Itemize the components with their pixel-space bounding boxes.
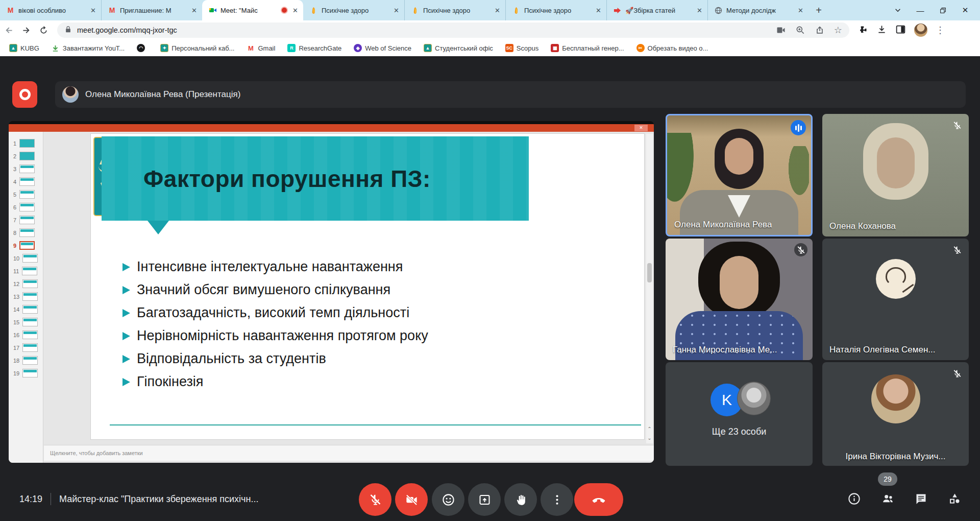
bookmark-qr-generator[interactable]: ▦Бесплатный генер... (551, 44, 624, 52)
powerpoint-body: 12345678910111213141516171819 Фактори по… (9, 132, 654, 463)
back-icon[interactable] (0, 21, 17, 39)
participant-video (877, 137, 915, 188)
bookmark-globe[interactable]: ◠ (137, 44, 148, 52)
scrollbar-thumb (647, 263, 652, 282)
tab-gmail-1[interactable]: M вікові особливо ✕ (0, 0, 101, 20)
meet-control-bar: 14:19 Майстер-клас "Практики збереження … (0, 479, 980, 521)
slide-bullet: Інтенсивне інтелектуальне навантаження (122, 255, 629, 278)
profile-avatar[interactable] (914, 23, 927, 37)
forward-icon[interactable] (17, 21, 35, 39)
more-participants-label: Ще 23 особи (666, 427, 813, 437)
participant-tile-kokhanova[interactable]: Олена Коханова (822, 114, 969, 236)
presenter-avatar (62, 86, 79, 103)
tab-close-icon[interactable]: ✕ (797, 7, 804, 14)
mic-off-icon (950, 243, 964, 256)
bullet-chevron-icon (122, 286, 130, 294)
downloads-icon[interactable] (876, 24, 887, 37)
bookmark-label: Gmail (258, 44, 275, 52)
dark-globe-icon: ◠ (137, 44, 145, 52)
tab-close-icon[interactable]: ✕ (393, 7, 400, 14)
bookmark-web-of-science[interactable]: ◈Web of Science (354, 44, 411, 52)
slide-thumbnail-4: 4 (9, 175, 43, 188)
url-field[interactable]: meet.google.com/mqq-jxor-tgc ☆ (57, 22, 849, 38)
web-of-science-icon: ◈ (354, 44, 362, 52)
tab-psyhealth-3[interactable]: Психічне здоро ✕ (505, 0, 606, 20)
current-slide: Фактори порушення ПЗ: Інтенсивне інтелек… (91, 134, 644, 439)
tab-close-icon[interactable]: ✕ (494, 7, 501, 14)
restore-button[interactable] (934, 3, 951, 17)
kubg-icon: ▲ (9, 44, 17, 52)
overflow-participants-tile[interactable]: K Ще 23 особи (666, 362, 813, 466)
bookmark-gmail[interactable]: MGmail (247, 44, 275, 52)
tab-gmail-2[interactable]: M Приглашение: М ✕ (101, 0, 202, 20)
qr-icon: ▦ (551, 44, 559, 52)
tab-metody[interactable]: Методи дослідж ✕ (707, 0, 808, 20)
bullet-chevron-icon (122, 332, 130, 340)
chat-button[interactable] (912, 490, 929, 507)
camera-toggle-button[interactable] (395, 483, 428, 516)
close-window-button[interactable]: ✕ (957, 3, 974, 17)
bookmark-personal-cabinet[interactable]: ✦Персональний каб... (160, 44, 234, 52)
slide-scrollbar: ⌃ ⌄ (646, 134, 653, 443)
bookmark-label: Web of Science (365, 44, 411, 52)
green-download-icon (52, 44, 60, 52)
side-panel-icon[interactable] (895, 24, 906, 37)
divider (51, 493, 51, 505)
tab-meet-active[interactable]: Meet: "Майс ✕ (202, 0, 303, 20)
bookmark-youtube-download[interactable]: Завантажити YouT... (52, 44, 125, 52)
tab-search-chevron-icon[interactable] (889, 3, 906, 17)
bookmark-video-trim[interactable]: ✂Обрезать видео о... (636, 44, 708, 52)
bookmark-star-icon[interactable]: ☆ (834, 25, 842, 36)
previous-slide-chevron-icon: ⌃ (646, 425, 653, 433)
participant-tile-nataliia[interactable]: Наталія Олегівна Семен... (822, 239, 969, 360)
tab-title: вікові особливо (18, 7, 86, 14)
tab-close-icon[interactable]: ✕ (696, 7, 703, 14)
tab-psyhealth-1[interactable]: Психічне здоро ✕ (303, 0, 404, 20)
show-participants-button[interactable] (879, 490, 896, 507)
participant-tile-iryna[interactable]: Ірина Вікторівна Музич... (822, 362, 969, 466)
zoom-page-icon[interactable] (795, 25, 805, 35)
new-tab-button[interactable]: + (808, 0, 829, 20)
bookmark-scopus[interactable]: SCScopus (505, 44, 538, 52)
reload-icon[interactable] (35, 21, 52, 39)
slide-thumbnail-3: 3 (9, 162, 43, 175)
screen-share-presentation[interactable]: ✕ 12345678910111213141516171819 Фактори … (9, 121, 654, 463)
tab-close-icon[interactable]: ✕ (89, 7, 97, 14)
reactions-button[interactable] (432, 483, 464, 516)
present-screen-button[interactable] (468, 483, 501, 516)
browser-menu-icon[interactable]: ⋮ (936, 25, 945, 36)
camera-tab-indicator-icon[interactable] (776, 25, 786, 35)
bullet-chevron-icon (122, 309, 130, 317)
next-slide-chevron-icon: ⌄ (646, 434, 653, 442)
tab-close-icon[interactable]: ✕ (595, 7, 602, 14)
participant-count-badge: 29 (878, 472, 897, 486)
end-call-button[interactable] (574, 483, 623, 516)
participant-tile-hanna[interactable]: Ганна Мирославівна Ме... (666, 239, 813, 360)
participant-video (728, 195, 750, 218)
meeting-details-button[interactable] (845, 490, 863, 507)
minimize-button[interactable]: — (912, 3, 929, 17)
bookmark-kubg[interactable]: ▲KUBG (9, 44, 39, 52)
slide-thumbnail-6: 6 (9, 201, 43, 214)
clock-time: 14:19 (19, 494, 42, 505)
bookmark-label: Обрезать видео о... (648, 44, 708, 52)
tab-close-icon[interactable]: ✕ (190, 7, 198, 14)
bookmark-researchgate[interactable]: RResearchGate (287, 44, 341, 52)
activities-button[interactable] (946, 490, 963, 507)
slide-thumbnail-15: 15 (9, 316, 43, 328)
microphone-toggle-button[interactable] (359, 483, 391, 516)
tab-zbirka[interactable]: 🚀Збірка статей ✕ (606, 0, 707, 20)
meet-page: Олена Миколаївна Рева (Презентація) ✕ 12… (0, 56, 980, 521)
tab-close-icon[interactable]: ✕ (291, 7, 299, 14)
tab-recording-indicator-icon (281, 7, 288, 14)
raise-hand-button[interactable] (504, 483, 537, 516)
bookmark-student-office[interactable]: ▲Студентський офіс (424, 44, 493, 52)
participant-video (786, 146, 809, 202)
share-icon[interactable] (815, 25, 825, 35)
participant-tile-reva[interactable]: Олена Миколаївна Рева (666, 114, 813, 236)
more-options-button[interactable] (541, 483, 573, 516)
extensions-puzzle-icon[interactable] (857, 24, 868, 37)
bullet-chevron-icon (122, 263, 130, 271)
tab-psyhealth-2[interactable]: Психічне здоро ✕ (404, 0, 505, 20)
participant-name: Ганна Мирославівна Ме... (673, 345, 777, 355)
